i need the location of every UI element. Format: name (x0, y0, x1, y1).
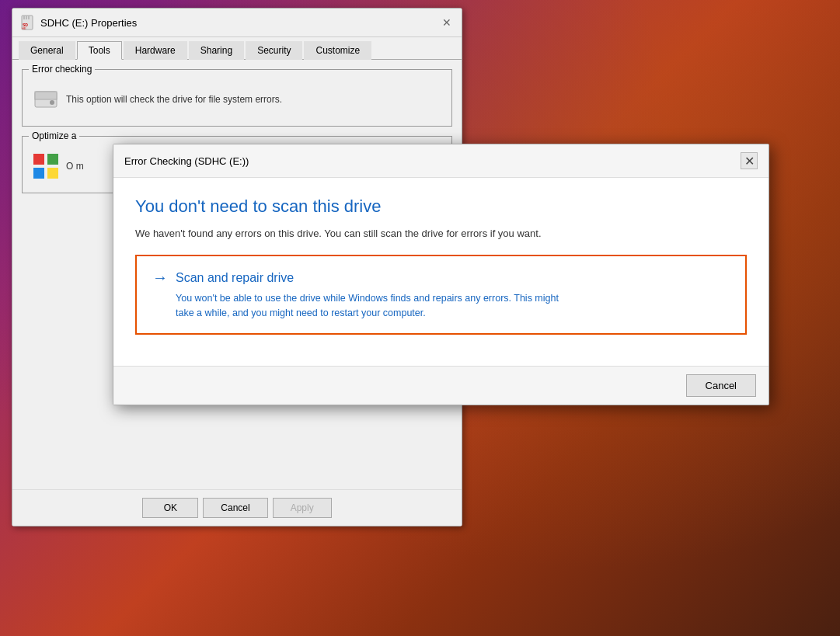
optimize-label: Optimize a (29, 130, 79, 141)
scan-arrow-icon: → (152, 269, 168, 287)
tab-hardware[interactable]: Hardware (124, 41, 187, 60)
svg-rect-9 (33, 154, 44, 165)
dialog-title: Error Checking (SDHC (E:)) (124, 155, 741, 167)
svg-text:HE: HE (22, 26, 26, 30)
ok-button[interactable]: OK (142, 498, 198, 518)
properties-footer: OK Cancel Apply (12, 489, 462, 526)
tab-general[interactable]: General (19, 41, 75, 60)
error-checking-dialog: Error Checking (SDHC (E:)) ✕ You don't n… (113, 144, 769, 405)
dialog-heading: You don't need to scan this drive (135, 196, 747, 217)
svg-rect-1 (23, 16, 25, 19)
dialog-titlebar: Error Checking (SDHC (E:)) ✕ (113, 144, 769, 178)
cancel-button-props[interactable]: Cancel (203, 498, 267, 518)
scan-option-description: You won't be able to use the drive while… (152, 291, 730, 321)
svg-rect-3 (28, 16, 30, 19)
error-checking-desc: This option will check the drive for fil… (66, 94, 442, 105)
error-checking-section: Error checking This option will check th… (22, 69, 452, 127)
svg-point-8 (50, 100, 54, 105)
tab-sharing[interactable]: Sharing (189, 41, 244, 60)
error-checking-inner: This option will check the drive for fil… (32, 82, 442, 116)
svg-rect-7 (35, 92, 57, 99)
sdhc-icon: SD HE (20, 15, 36, 30)
properties-titlebar: SD HE SDHC (E:) Properties ✕ (12, 9, 462, 37)
properties-title: SDHC (E:) Properties (40, 17, 435, 29)
tab-tools[interactable]: Tools (77, 41, 122, 60)
properties-close-button[interactable]: ✕ (440, 16, 454, 30)
svg-rect-11 (33, 168, 44, 179)
svg-rect-10 (47, 154, 58, 165)
dialog-cancel-button[interactable]: Cancel (686, 374, 756, 397)
svg-rect-2 (26, 16, 27, 19)
dialog-footer: Cancel (113, 366, 769, 405)
tab-security[interactable]: Security (246, 41, 302, 60)
dialog-close-button[interactable]: ✕ (741, 152, 758, 169)
error-checking-label: Error checking (29, 64, 95, 75)
dialog-info: We haven't found any errors on this driv… (135, 228, 747, 239)
scan-option-title: Scan and repair drive (176, 271, 294, 285)
svg-rect-12 (47, 168, 58, 179)
apply-button[interactable]: Apply (273, 498, 332, 518)
tab-customize[interactable]: Customize (304, 41, 371, 60)
scan-option-title-row: → Scan and repair drive (152, 269, 730, 287)
dialog-body: You don't need to scan this drive We hav… (113, 178, 769, 366)
tabs-bar: General Tools Hardware Sharing Security … (12, 37, 462, 60)
drive-icon (32, 85, 60, 113)
scan-and-repair-option[interactable]: → Scan and repair drive You won't be abl… (135, 255, 747, 335)
optimize-icon (32, 152, 60, 180)
